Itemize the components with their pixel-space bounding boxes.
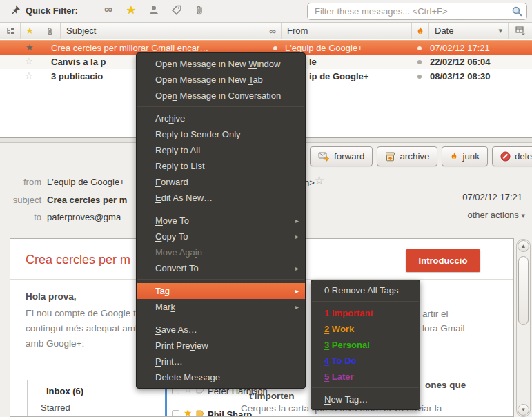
menu-item-open-new-window[interactable]: Open Message in New Window: [137, 56, 305, 72]
message-star-icon[interactable]: ☆: [314, 173, 324, 188]
star-icon[interactable]: ★: [26, 42, 34, 52]
delete-icon: [500, 151, 511, 162]
message-scrollbar[interactable]: ▲ ▼: [516, 239, 531, 417]
menu-item-forward[interactable]: Forward: [137, 174, 305, 190]
scroll-up-icon[interactable]: ▲: [518, 240, 529, 252]
menu-item-reply-list[interactable]: Reply to List: [137, 158, 305, 174]
menu-item-delete-message[interactable]: Delete Message: [137, 369, 305, 385]
menu-item-edit-as-new[interactable]: Edit As New…: [137, 190, 305, 206]
archive-icon: [385, 152, 395, 162]
date-cell: 08/03/12 08:30: [430, 71, 490, 81]
menu-item-convert-to[interactable]: Convert To▸: [137, 260, 305, 276]
section-heading-fragment: ones que: [425, 380, 466, 390]
attachment-filter-icon[interactable]: [192, 4, 207, 18]
menu-separator: [312, 387, 419, 388]
column-read-icon[interactable]: ∞: [264, 23, 282, 39]
starred-filter-icon[interactable]: ★: [124, 3, 139, 17]
column-thread-icon[interactable]: [0, 23, 21, 39]
junk-indicator-icon[interactable]: [417, 60, 422, 64]
column-starred-icon[interactable]: ★: [21, 23, 39, 39]
sort-descending-icon: ▾: [498, 26, 502, 35]
column-from[interactable]: From: [282, 23, 412, 39]
search-icon[interactable]: [511, 6, 523, 19]
menu-item-copy-to[interactable]: Copy To▸: [137, 229, 305, 244]
menu-separator: [137, 208, 304, 209]
read-indicator-icon[interactable]: [273, 46, 277, 50]
menu-item-reply-all[interactable]: Reply to All: [137, 142, 305, 158]
submenu-arrow-icon: ▸: [295, 299, 299, 315]
menu-item-archive[interactable]: Archive: [137, 110, 305, 126]
other-actions-dropdown[interactable]: other actions ▾: [467, 210, 525, 220]
submenu-arrow-icon: ▸: [295, 260, 299, 276]
menu-item-print-preview[interactable]: Print Preview: [137, 338, 305, 353]
body-line-fragment: artir el: [422, 309, 449, 319]
pin-icon[interactable]: [8, 4, 23, 18]
date-cell: 07/02/12 17:21: [430, 43, 490, 53]
menu-item-tag[interactable]: Tag▸: [137, 283, 305, 299]
submenu-arrow-icon: ▸: [295, 229, 299, 244]
body-line: contingut més adequat amb: [26, 323, 141, 333]
junk-indicator-icon[interactable]: [417, 46, 422, 50]
menu-item-print[interactable]: Print…: [137, 353, 305, 369]
submenu-item-tag-important[interactable]: 1 Important: [311, 305, 420, 321]
from-label: from: [6, 177, 41, 187]
submenu-item-new-tag[interactable]: New Tag…: [311, 391, 420, 407]
subject-cell: Crea cercles per millorar Gmail encar…: [51, 43, 208, 53]
tag-submenu: 0 Remove All Tags 1 Important 2 Work 3 P…: [311, 280, 420, 410]
menu-item-open-conversation[interactable]: Open Message in Conversation: [137, 88, 305, 104]
junk-indicator-icon[interactable]: [417, 75, 422, 79]
column-date[interactable]: Date ▾: [429, 23, 509, 39]
contact-filter-icon[interactable]: [146, 4, 161, 18]
submenu-item-tag-later[interactable]: 5 Later: [311, 369, 420, 385]
star-icon[interactable]: ☆: [25, 56, 33, 66]
filter-messages-input[interactable]: [307, 3, 527, 20]
tag-filter-icon[interactable]: [169, 4, 184, 18]
flame-icon: [450, 151, 458, 162]
menu-item-open-new-tab[interactable]: Open Message in New Tab: [137, 72, 305, 88]
menu-item-move-to[interactable]: Move To▸: [137, 213, 305, 229]
subject-cell: 3 publicacio: [51, 71, 103, 81]
unread-filter-icon[interactable]: ∞: [101, 3, 116, 17]
forward-button[interactable]: forward: [310, 146, 373, 166]
paragraph-text-clipped: setmana passada?: [241, 414, 319, 417]
tag-flag-icon: [196, 409, 204, 417]
junk-button[interactable]: junk: [442, 146, 487, 166]
body-line: amb Google+:: [26, 338, 84, 349]
delete-button[interactable]: delete: [492, 146, 532, 166]
email-title: Crea cercles per m: [26, 253, 130, 267]
greeting-text: Hola prova,: [26, 291, 77, 302]
submenu-item-tag-work[interactable]: 2 Work: [311, 321, 420, 337]
submenu-item-tag-todo[interactable]: 4 To Do: [311, 353, 420, 369]
menu-separator: [137, 106, 304, 107]
from-cell: le: [309, 57, 317, 67]
submenu-item-remove-all-tags[interactable]: 0 Remove All Tags: [311, 282, 420, 298]
menu-separator: [312, 301, 419, 302]
submenu-item-tag-personal[interactable]: 3 Personal: [311, 337, 420, 353]
menu-item-mark[interactable]: Mark▸: [137, 299, 305, 315]
menu-item-reply-sender[interactable]: Reply to Sender Only: [137, 126, 305, 142]
column-subject[interactable]: Subject: [61, 23, 264, 39]
column-attachment-icon[interactable]: [39, 23, 61, 39]
star-icon[interactable]: ☆: [25, 70, 33, 81]
menu-item-move-again: Move Again: [137, 244, 305, 260]
menu-separator: [137, 279, 304, 280]
quick-filter-toolbar: Quick Filter: ∞ ★: [0, 0, 532, 23]
chevron-down-icon: ▾: [521, 211, 525, 220]
column-picker-icon[interactable]: [509, 23, 532, 39]
column-junk-icon[interactable]: [412, 23, 429, 39]
thunderbird-window: Quick Filter: ∞ ★ ★ Subject ∞: [0, 0, 532, 417]
to-label: to: [6, 212, 41, 222]
section-heading-line2: t'importen: [249, 391, 294, 401]
scroll-down-icon[interactable]: ▼: [518, 404, 529, 416]
starred-label: Starred: [41, 403, 70, 413]
quick-filter-label: Quick Filter:: [26, 6, 78, 16]
body-line-fragment: lora Gmail: [422, 323, 465, 333]
introduccio-button[interactable]: Introducció: [406, 249, 480, 272]
submenu-arrow-icon: ▸: [295, 213, 299, 229]
forward-icon: [318, 152, 330, 162]
archive-button[interactable]: archive: [377, 146, 437, 166]
menu-item-save-as[interactable]: Save As…: [137, 322, 305, 338]
subject-label: subject: [6, 195, 41, 205]
message-date: 07/02/12 17:21: [462, 192, 522, 202]
scrollbar-thumb[interactable]: [518, 256, 529, 325]
